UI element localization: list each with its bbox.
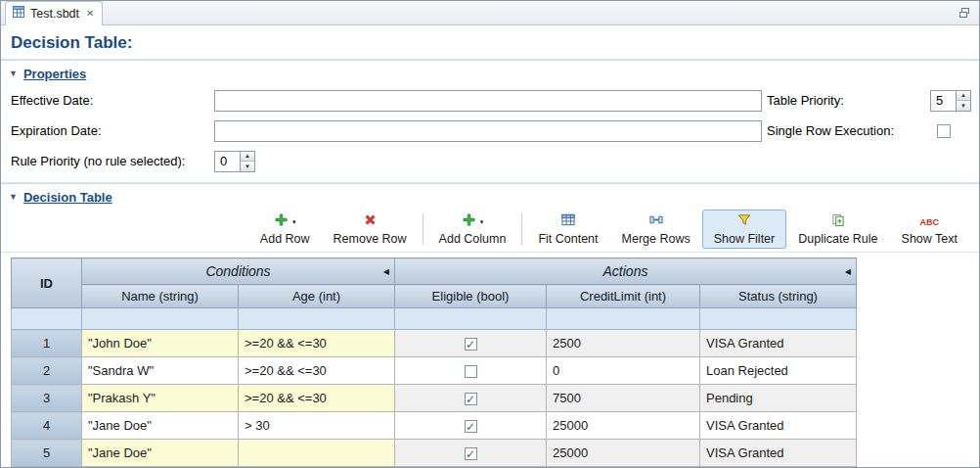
eligible-cell[interactable] [395, 357, 547, 385]
name-cell[interactable]: "Jane Doe" [82, 412, 239, 440]
actions-group-header[interactable]: Actions ◀ [395, 258, 857, 285]
checkbox-unchecked-icon[interactable] [465, 365, 477, 378]
filter-cell-status[interactable] [700, 308, 857, 330]
name-cell[interactable]: "Sandra W" [82, 357, 239, 385]
filter-row [12, 308, 857, 330]
abc-text-icon: ABC [920, 217, 940, 227]
filter-cell-eligible[interactable] [395, 308, 547, 330]
decision-table-row: 4"Jane Doe"> 30✓25000VISA Granted [12, 412, 857, 440]
age-cell[interactable]: >=20 && <=30 [239, 357, 395, 385]
show-text-button[interactable]: ABC Show Text [890, 210, 969, 249]
single-row-execution-label: Single Row Execution: [762, 123, 930, 138]
row-id-cell[interactable]: 3 [12, 385, 82, 412]
toolbar-separator [521, 213, 522, 245]
column-header-eligible[interactable]: Eligible (bool) [395, 285, 547, 308]
status-cell[interactable]: Loan Rejected [700, 357, 857, 385]
column-header-status[interactable]: Status (string) [700, 285, 857, 308]
credit-limit-cell[interactable]: 7500 [547, 385, 700, 412]
collapse-arrow-icon[interactable]: ▼ [9, 193, 18, 202]
spinner-down-icon[interactable]: ▼ [241, 162, 254, 171]
rule-priority-label: Rule Priority (no rule selected): [11, 154, 214, 168]
filter-cell-age[interactable] [239, 308, 395, 330]
spinner-down-icon[interactable]: ▼ [957, 101, 970, 111]
name-cell[interactable]: "John Doe" [82, 330, 239, 357]
checkbox-checked-icon[interactable]: ✓ [465, 393, 477, 405]
show-filter-button[interactable]: Show Filter [702, 210, 787, 249]
rule-priority-spinner[interactable]: 0 ▲ ▼ [214, 151, 255, 172]
checkbox-checked-icon[interactable]: ✓ [465, 420, 477, 433]
table-priority-label: Table Priority: [762, 93, 930, 108]
decision-table-toolbar: ▾ Add Row Remove Row ▾ Add Column Fit Co… [1, 209, 979, 253]
table-priority-spinner[interactable]: 5 ▲ ▼ [930, 90, 971, 112]
collapse-actions-icon[interactable]: ◀ [845, 267, 851, 276]
age-cell[interactable]: > 30 [239, 412, 395, 440]
remove-row-button[interactable]: Remove Row [322, 210, 419, 249]
age-cell[interactable]: >=20 && <=30 [239, 385, 395, 412]
credit-limit-cell[interactable]: 2500 [547, 330, 700, 357]
credit-limit-cell[interactable]: 25000 [547, 412, 700, 440]
filter-cell-id[interactable] [12, 308, 82, 330]
name-cell[interactable]: "Jane Doe" [82, 440, 239, 467]
add-row-menu-caret-icon[interactable]: ▾ [292, 218, 296, 225]
toolbar-separator [423, 213, 423, 245]
add-icon [462, 212, 476, 231]
status-cell[interactable]: VISA Granted [700, 330, 857, 357]
conditions-group-header[interactable]: Conditions ◀ [82, 258, 395, 285]
rule-priority-value[interactable]: 0 [215, 152, 240, 171]
tab-close-icon[interactable]: ✕ [86, 9, 94, 19]
expiration-date-input[interactable] [214, 120, 762, 142]
group-header-row: ID Conditions ◀ Actions ◀ [12, 258, 857, 285]
spinner-up-icon[interactable]: ▲ [957, 91, 970, 102]
checkbox-checked-icon[interactable]: ✓ [465, 447, 477, 460]
eligible-cell[interactable]: ✓ [395, 440, 547, 467]
row-id-cell[interactable]: 4 [12, 412, 82, 440]
collapse-arrow-icon[interactable]: ▼ [9, 70, 18, 78]
filter-cell-name[interactable] [82, 308, 239, 330]
decision-table-grid: ID Conditions ◀ Actions ◀ Name (string) … [11, 257, 857, 467]
status-cell[interactable]: VISA Granted [700, 412, 857, 440]
tab-title: Test.sbdt [30, 7, 79, 21]
column-header-name[interactable]: Name (string) [82, 285, 239, 308]
remove-icon [363, 212, 378, 231]
column-header-creditlimit[interactable]: CreditLimit (int) [547, 285, 700, 308]
fit-content-button[interactable]: Fit Content [526, 210, 609, 249]
properties-section-header[interactable]: ▼ Properties [1, 61, 979, 85]
effective-date-input[interactable] [214, 90, 762, 112]
merge-rows-button[interactable]: Merge Rows [610, 210, 702, 249]
eligible-cell[interactable]: ✓ [395, 385, 547, 412]
decision-table-section-header[interactable]: ▼ Decision Table [1, 184, 979, 209]
row-id-cell[interactable]: 5 [12, 440, 82, 467]
conditions-group-label: Conditions [205, 263, 270, 279]
collapse-conditions-icon[interactable]: ◀ [383, 267, 389, 276]
table-priority-value[interactable]: 5 [931, 91, 956, 111]
name-cell[interactable]: "Prakash Y" [82, 385, 239, 412]
age-cell[interactable]: >=20 && <=30 [239, 330, 395, 357]
editor-tab-bar: Test.sbdt ✕ [1, 1, 979, 25]
eligible-cell[interactable]: ✓ [395, 330, 547, 357]
row-id-cell[interactable]: 2 [12, 357, 82, 385]
checkbox-checked-icon[interactable]: ✓ [465, 338, 477, 351]
column-header-age[interactable]: Age (int) [239, 285, 395, 308]
credit-limit-cell[interactable]: 25000 [547, 440, 700, 467]
duplicate-rule-button[interactable]: Duplicate Rule [786, 210, 889, 249]
filter-cell-creditlimit[interactable] [547, 308, 700, 330]
decision-table-file-icon [12, 5, 25, 23]
status-cell[interactable]: Pending [700, 385, 857, 412]
credit-limit-cell[interactable]: 0 [547, 357, 700, 385]
restore-view-icon[interactable] [958, 6, 971, 20]
add-column-menu-caret-icon[interactable]: ▾ [480, 218, 484, 225]
duplicate-rule-icon [830, 212, 846, 231]
single-row-execution-checkbox[interactable] [937, 124, 951, 138]
add-icon [274, 212, 289, 231]
decision-table-row: 5"Jane Doe"✓25000VISA Granted [12, 440, 857, 467]
spinner-up-icon[interactable]: ▲ [241, 152, 254, 163]
age-cell[interactable] [239, 440, 395, 467]
add-column-button[interactable]: ▾ Add Column [427, 210, 518, 249]
tab-test-sbdt[interactable]: Test.sbdt ✕ [5, 1, 103, 25]
eligible-cell[interactable]: ✓ [395, 412, 547, 440]
row-id-cell[interactable]: 1 [12, 330, 82, 357]
decision-table-section-title: Decision Table [23, 190, 112, 205]
status-cell[interactable]: VISA Granted [700, 440, 857, 467]
add-row-button[interactable]: ▾ Add Row [248, 210, 322, 249]
id-column-header[interactable]: ID [12, 258, 82, 308]
